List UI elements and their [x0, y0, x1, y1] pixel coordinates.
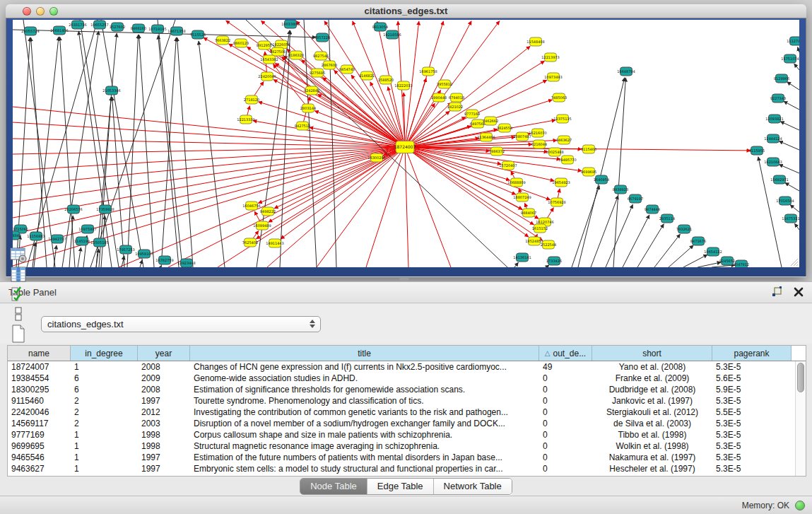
yellow-node[interactable]: 9777169: [464, 110, 480, 118]
teal-node[interactable]: 10719195: [148, 25, 166, 33]
table-cell[interactable]: 2008: [138, 384, 190, 395]
table-cell[interactable]: Corpus callosum shape and size in male p…: [190, 429, 539, 440]
column-header-name[interactable]: name: [8, 346, 71, 361]
table-cell[interactable]: Disruption of a novel member of a sodium…: [190, 418, 539, 429]
teal-node[interactable]: 7857224: [314, 33, 330, 42]
table-cell[interactable]: Estimation of significance thresholds fo…: [190, 384, 539, 395]
yellow-node[interactable]: 9827508: [270, 47, 286, 56]
yellow-node[interactable]: 1588520: [378, 76, 394, 84]
network-window-titlebar[interactable]: citations_edges.txt: [6, 4, 806, 18]
teal-node[interactable]: 8471676: [690, 237, 706, 245]
table-cell[interactable]: Investigating the contribution of common…: [190, 407, 539, 418]
yellow-node[interactable]: 16216070: [529, 129, 546, 137]
teal-node[interactable]: 20691406: [50, 26, 68, 35]
column-header-in_degree[interactable]: in_degree: [71, 346, 138, 361]
column-header-pagerank[interactable]: pagerank: [712, 346, 792, 361]
table-cell[interactable]: 2: [71, 395, 138, 407]
yellow-node[interactable]: 6794018: [449, 93, 464, 102]
table-cell[interactable]: 1997: [138, 463, 190, 474]
teal-node[interactable]: 20331736: [69, 21, 86, 29]
table-row[interactable]: 911546021997Tourette syndrome. Phenomeno…: [8, 395, 806, 407]
table-cell[interactable]: 0: [539, 463, 592, 474]
table-row[interactable]: 2242004622012Investigating the contribut…: [8, 407, 806, 418]
table-cell[interactable]: 5.6E-5: [712, 373, 792, 384]
table-cell[interactable]: 1: [71, 429, 138, 440]
table-cell[interactable]: 2012: [138, 407, 190, 418]
teal-node[interactable]: 17016504: [776, 197, 794, 205]
table-cell[interactable]: 1997: [138, 452, 190, 463]
yellow-node[interactable]: 9242848: [304, 86, 319, 95]
tab-network-table[interactable]: Network Table: [434, 479, 512, 494]
table-cell[interactable]: 2009: [138, 373, 190, 384]
teal-node[interactable]: 9129966: [774, 74, 789, 83]
table-cell[interactable]: 9465546: [8, 452, 71, 463]
network-canvas[interactable]: 1872400724055724206914062033173610655257…: [13, 20, 799, 267]
table-row[interactable]: 946362711997Embryonic stem cells: a mode…: [8, 463, 806, 474]
table-cell[interactable]: 9463627: [8, 463, 71, 474]
table-row[interactable]: 1456911722003Disruption of a novel membe…: [8, 418, 806, 429]
table-row[interactable]: 977716911998Corpus callosum shape and si…: [8, 429, 806, 440]
scrollbar-thumb[interactable]: [797, 363, 804, 392]
yellow-node[interactable]: 9115460: [581, 145, 596, 153]
column-header-year[interactable]: year: [138, 346, 190, 361]
yellow-node[interactable]: 7625402: [242, 238, 258, 247]
teal-node[interactable]: 15692971: [770, 175, 788, 184]
teal-node[interactable]: 9227343: [770, 94, 786, 103]
table-cell[interactable]: 0: [539, 429, 592, 440]
table-cell[interactable]: 19384554: [8, 373, 71, 384]
new-table-icon[interactable]: [8, 324, 28, 344]
float-panel-icon[interactable]: [771, 286, 784, 298]
teal-node[interactable]: 11127433: [787, 37, 799, 45]
yellow-node[interactable]: 2522544: [541, 240, 556, 249]
yellow-node[interactable]: 19495770: [558, 156, 576, 164]
column-header-out_de[interactable]: △out_de...: [539, 346, 592, 361]
teal-node[interactable]: 20206576: [64, 205, 82, 214]
table-cell[interactable]: 9115460: [8, 395, 71, 407]
yellow-node[interactable]: 18807249: [513, 193, 531, 201]
teal-node[interactable]: 10655257: [90, 21, 108, 29]
table-cell[interactable]: 5.3E-5: [712, 395, 792, 407]
table-cell[interactable]: 5.3E-5: [712, 361, 792, 373]
yellow-node[interactable]: 1421022: [447, 103, 463, 111]
yellow-node[interactable]: 8912955: [257, 41, 272, 49]
table-cell[interactable]: Stergiakouli et al. (2012): [592, 407, 712, 418]
yellow-node[interactable]: 7663822: [215, 36, 230, 45]
close-window-button[interactable]: [23, 7, 31, 16]
resize-grip-icon[interactable]: [789, 257, 799, 267]
yellow-node[interactable]: 7462662: [483, 117, 498, 125]
table-cell[interactable]: 5.9E-5: [712, 384, 792, 395]
yellow-node[interactable]: 9498222: [260, 207, 276, 216]
table-cell[interactable]: Tourette syndrome. Phenomenology and cla…: [190, 395, 539, 407]
table-source-select[interactable]: citations_edges.txt: [41, 316, 321, 332]
yellow-node[interactable]: 9275685: [310, 69, 325, 77]
table-cell[interactable]: 9699695: [8, 440, 71, 452]
table-cell[interactable]: 18300295: [8, 384, 71, 395]
table-cell[interactable]: 0: [539, 373, 592, 384]
network-view-window[interactable]: citations_edges.txt 18724007240557242069…: [6, 4, 806, 277]
hub-node[interactable]: 18724007: [394, 141, 416, 153]
table-cell[interactable]: 0: [539, 407, 592, 418]
teal-node[interactable]: 7515526: [190, 30, 206, 39]
table-cell[interactable]: 2: [71, 418, 138, 429]
table-vertical-scrollbar[interactable]: [795, 361, 806, 476]
table-cell[interactable]: 1997: [138, 395, 190, 407]
zoom-window-button[interactable]: [49, 7, 58, 16]
table-cell[interactable]: 2: [71, 407, 138, 418]
table-cell[interactable]: Dudbridge et al. (2008): [592, 384, 712, 395]
teal-node[interactable]: 8813054: [372, 23, 388, 31]
teal-node[interactable]: 1047912: [734, 260, 749, 267]
yellow-node[interactable]: 12213339: [237, 115, 254, 124]
select-columns-icon[interactable]: [8, 284, 28, 304]
teal-node[interactable]: 14136141: [513, 253, 531, 262]
table-cell[interactable]: 2008: [138, 361, 190, 373]
table-cell[interactable]: Estimation of the future numbers of pati…: [190, 452, 539, 463]
yellow-node[interactable]: 9146821: [359, 71, 375, 80]
yellow-node[interactable]: 1615152: [532, 224, 548, 233]
table-row[interactable]: 1830029562008Estimation of significance …: [8, 384, 806, 395]
table-row[interactable]: 1938455462009Genome-wide association stu…: [8, 373, 806, 384]
teal-node[interactable]: 10975887: [78, 225, 96, 233]
yellow-node[interactable]: 6216044: [531, 140, 547, 148]
table-cell[interactable]: 18724007: [8, 361, 71, 373]
yellow-node[interactable]: 12375135: [553, 115, 571, 123]
table-cell[interactable]: Nakamura et al. (1997): [592, 452, 712, 463]
